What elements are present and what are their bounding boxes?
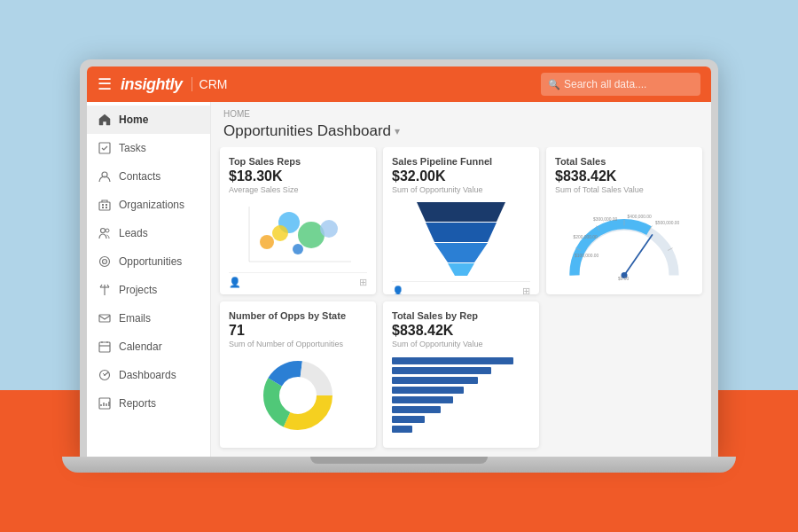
calendar-icon bbox=[98, 340, 112, 354]
laptop-screen: ☰ insightly CRM 🔍 bbox=[87, 66, 711, 457]
bar-fill bbox=[392, 406, 441, 413]
page-title: Opportunities Dashboard bbox=[223, 122, 391, 140]
card-value: $18.30K bbox=[229, 168, 367, 184]
sidebar-item-organizations[interactable]: Organizations bbox=[87, 191, 210, 219]
bar-fill bbox=[392, 377, 478, 384]
home-icon bbox=[98, 113, 112, 127]
reports-icon bbox=[98, 396, 112, 411]
tasks-icon bbox=[98, 141, 112, 155]
table-icon[interactable]: ⊞ bbox=[522, 286, 530, 294]
person-icon[interactable]: 👤 bbox=[392, 286, 404, 294]
dropdown-caret-icon[interactable]: ▾ bbox=[395, 125, 400, 137]
card-title: Sales Pipeline Funnel bbox=[392, 156, 530, 167]
sidebar-item-leads[interactable]: Leads bbox=[87, 219, 210, 247]
sidebar-item-dashboards[interactable]: Dashboards bbox=[87, 361, 210, 389]
laptop-screen-border: ☰ insightly CRM 🔍 bbox=[80, 59, 718, 457]
contacts-icon bbox=[98, 169, 112, 184]
card-subtitle: Sum of Opportunity Value bbox=[392, 340, 530, 348]
svg-rect-5 bbox=[102, 207, 104, 208]
sidebar-item-label: Leads bbox=[119, 227, 148, 239]
sidebar-item-reports[interactable]: Reports bbox=[87, 389, 210, 418]
sidebar-item-label: Dashboards bbox=[119, 369, 176, 381]
card-total-sales: Total Sales $838.42K Sum of Total Sales … bbox=[546, 147, 702, 294]
svg-marker-40 bbox=[434, 243, 488, 262]
card-placeholder bbox=[546, 301, 702, 449]
bar-fill bbox=[392, 396, 453, 403]
sidebar-item-emails[interactable]: Emails bbox=[87, 304, 210, 332]
svg-marker-41 bbox=[448, 263, 474, 276]
svg-marker-39 bbox=[426, 223, 497, 242]
sidebar-item-label: Contacts bbox=[119, 170, 160, 183]
svg-point-8 bbox=[106, 229, 109, 232]
bar-row bbox=[392, 367, 530, 374]
bar-row bbox=[392, 377, 530, 384]
card-subtitle: Average Sales Size bbox=[229, 185, 367, 194]
sidebar-item-label: Opportunities bbox=[119, 255, 182, 268]
person-icon[interactable]: 👤 bbox=[229, 277, 241, 288]
bar-row bbox=[392, 387, 530, 394]
laptop-wrapper: ☰ insightly CRM 🔍 bbox=[62, 59, 736, 473]
sidebar-item-home[interactable]: Home bbox=[87, 106, 210, 134]
gauge-chart: $0.00 $100,000.00 $200,000.00 $300,000.0… bbox=[555, 198, 693, 286]
search-field-wrap: 🔍 bbox=[541, 73, 700, 96]
svg-rect-6 bbox=[106, 207, 107, 208]
leads-icon bbox=[98, 226, 112, 240]
svg-rect-17 bbox=[99, 342, 110, 352]
card-total-sales-rep: Total Sales by Rep $838.42K Sum of Oppor… bbox=[383, 301, 539, 449]
card-subtitle: Sum of Opportunity Value bbox=[392, 185, 530, 194]
bar-fill bbox=[392, 416, 425, 423]
funnel-chart bbox=[392, 198, 530, 278]
svg-point-33 bbox=[298, 222, 325, 248]
bar-row bbox=[392, 357, 530, 364]
card-subtitle: Sum of Total Sales Value bbox=[555, 185, 693, 194]
sidebar-item-calendar[interactable]: Calendar bbox=[87, 332, 210, 361]
sidebar-item-label: Home bbox=[119, 113, 148, 126]
card-title: Top Sales Reps bbox=[229, 156, 367, 167]
dashboards-icon bbox=[98, 368, 112, 382]
card-subtitle: Sum of Number of Opportunities bbox=[229, 340, 367, 348]
organizations-icon bbox=[98, 198, 112, 212]
sidebar-item-projects[interactable]: Projects bbox=[87, 276, 210, 304]
svg-text:$400,000.00: $400,000.00 bbox=[628, 215, 652, 219]
projects-icon bbox=[98, 283, 112, 297]
table-icon[interactable]: ⊞ bbox=[359, 277, 367, 288]
svg-text:$500,000.00: $500,000.00 bbox=[655, 221, 679, 225]
bar-fill bbox=[392, 426, 412, 433]
hamburger-icon[interactable]: ☰ bbox=[98, 74, 112, 94]
dashboard-grid: Top Sales Reps $18.30K Average Sales Siz… bbox=[211, 147, 711, 457]
card-top-sales-reps: Top Sales Reps $18.30K Average Sales Siz… bbox=[220, 147, 376, 294]
sidebar-item-label: Reports bbox=[119, 397, 156, 410]
card-footer: 👤 ⊞ bbox=[392, 281, 530, 294]
svg-rect-4 bbox=[106, 204, 107, 206]
sidebar-item-contacts[interactable]: Contacts bbox=[87, 162, 210, 191]
bar-chart bbox=[392, 352, 530, 440]
svg-point-35 bbox=[260, 235, 274, 249]
search-input[interactable] bbox=[541, 73, 700, 96]
svg-point-24 bbox=[104, 374, 106, 376]
bar-fill bbox=[392, 367, 491, 374]
card-opps-by-state: Number of Opps by State 71 Sum of Number… bbox=[220, 301, 376, 449]
sidebar-item-label: Calendar bbox=[119, 340, 162, 353]
card-value: $838.42K bbox=[392, 323, 530, 339]
page-title-bar: Opportunities Dashboard ▾ bbox=[211, 121, 711, 147]
sidebar: Home Tasks bbox=[87, 102, 211, 457]
svg-text:$300,000.00: $300,000.00 bbox=[593, 217, 617, 222]
card-title: Total Sales bbox=[555, 156, 693, 167]
svg-point-34 bbox=[320, 220, 338, 238]
topbar: ☰ insightly CRM 🔍 bbox=[87, 66, 711, 102]
svg-point-11 bbox=[105, 262, 106, 262]
bar-fill bbox=[392, 387, 464, 394]
svg-rect-0 bbox=[99, 143, 110, 153]
bubble-chart bbox=[229, 198, 367, 269]
bar-row bbox=[392, 426, 530, 433]
card-value: $32.00K bbox=[392, 168, 530, 184]
svg-line-47 bbox=[624, 235, 653, 276]
bar-row bbox=[392, 406, 530, 413]
sidebar-item-tasks[interactable]: Tasks bbox=[87, 134, 210, 162]
svg-point-36 bbox=[293, 244, 303, 254]
card-title: Number of Opps by State bbox=[229, 310, 367, 321]
card-sales-pipeline: Sales Pipeline Funnel $32.00K Sum of Opp… bbox=[383, 147, 539, 294]
card-value: 71 bbox=[229, 323, 367, 339]
sidebar-item-opportunities[interactable]: Opportunities bbox=[87, 247, 210, 276]
card-value: $838.42K bbox=[555, 168, 693, 184]
